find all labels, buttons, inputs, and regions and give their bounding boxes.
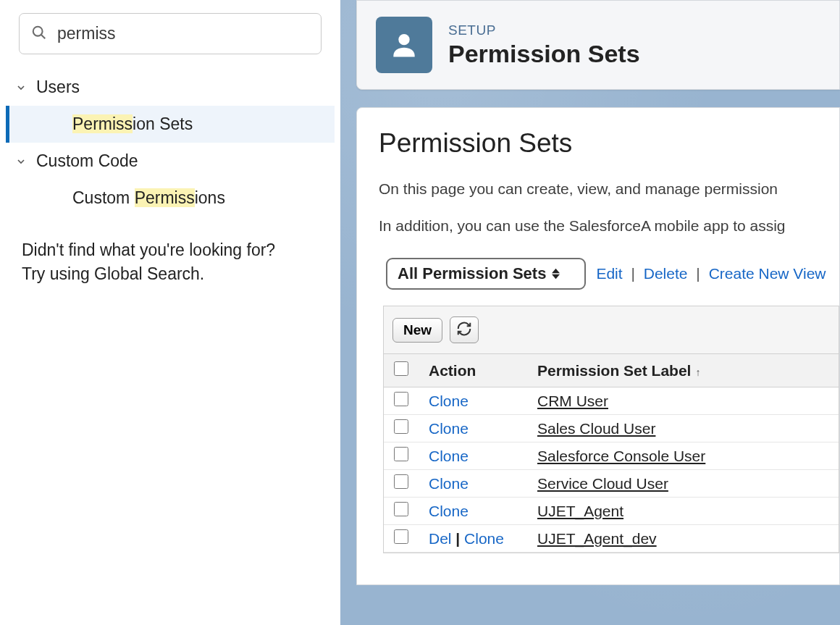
- permission-sets-table: Action Permission Set Label↑ CloneCRM Us…: [384, 353, 839, 553]
- refresh-icon: [456, 321, 472, 339]
- permission-set-link[interactable]: Service Cloud User: [537, 475, 668, 492]
- new-button[interactable]: New: [392, 318, 442, 343]
- tree-item-highlight: Permiss: [135, 188, 195, 207]
- tree-group-label: Custom Code: [36, 151, 138, 171]
- row-checkbox[interactable]: [394, 419, 408, 434]
- quick-find-input[interactable]: [57, 24, 309, 43]
- main-area: SETUP Permission Sets Permission Sets On…: [340, 0, 840, 625]
- tree-item-permission-sets[interactable]: Permission Sets: [6, 106, 335, 143]
- header-eyebrow: SETUP: [448, 22, 640, 38]
- chevron-down-icon: [13, 156, 29, 167]
- list-table-wrap: New Action Permission Set Label↑: [383, 306, 839, 553]
- table-row: CloneSalesforce Console User: [384, 442, 839, 470]
- svg-marker-3: [552, 269, 560, 274]
- sort-asc-icon: ↑: [695, 366, 700, 378]
- refresh-button[interactable]: [450, 316, 479, 343]
- svg-point-2: [398, 34, 409, 45]
- col-label-text: Permission Set Label: [537, 362, 691, 379]
- tree-group-users[interactable]: Users: [6, 69, 335, 106]
- col-permission-set-label[interactable]: Permission Set Label↑: [527, 354, 839, 387]
- table-row: CloneCRM User: [384, 387, 839, 415]
- list-view-controls: All Permission Sets Edit | Delete | Crea…: [386, 258, 839, 290]
- page-title: Permission Sets: [448, 40, 640, 68]
- svg-marker-4: [552, 274, 560, 280]
- svg-point-0: [33, 26, 43, 35]
- permission-set-link[interactable]: UJET_Agent: [537, 503, 623, 519]
- nav-tree: Users Permission Sets Custom Code Custom…: [6, 69, 335, 217]
- separator: |: [631, 265, 634, 282]
- table-row: Del | CloneUJET_Agent_dev: [384, 525, 839, 553]
- del-link[interactable]: Del: [429, 530, 452, 547]
- separator: |: [452, 530, 465, 547]
- col-action[interactable]: Action: [419, 354, 527, 387]
- edit-view-link[interactable]: Edit: [596, 265, 622, 282]
- list-view-selected-label: All Permission Sets: [398, 264, 546, 283]
- content-card: Permission Sets On this page you can cre…: [356, 107, 840, 585]
- row-checkbox[interactable]: [394, 447, 408, 461]
- tree-item-highlight: Permiss: [72, 114, 133, 133]
- select-all-checkbox[interactable]: [394, 361, 408, 376]
- delete-view-link[interactable]: Delete: [644, 265, 688, 282]
- permission-set-link[interactable]: CRM User: [537, 393, 608, 409]
- user-icon: [376, 17, 432, 73]
- clone-link[interactable]: Clone: [464, 530, 504, 547]
- description-line1: On this page you can create, view, and m…: [379, 177, 839, 201]
- tree-group-label: Users: [36, 77, 80, 97]
- clone-link[interactable]: Clone: [429, 475, 469, 492]
- tree-item-pre: Custom: [72, 188, 135, 207]
- sidebar: Users Permission Sets Custom Code Custom…: [0, 0, 340, 625]
- list-toolbar: New: [384, 306, 839, 353]
- tree-item-post: ions: [195, 188, 225, 207]
- separator: |: [696, 265, 700, 282]
- list-view-select[interactable]: All Permission Sets: [386, 258, 586, 290]
- description-line2: In addition, you can use the SalesforceA…: [379, 214, 839, 238]
- svg-line-1: [41, 34, 45, 38]
- permission-set-link[interactable]: Salesforce Console User: [537, 448, 705, 464]
- quick-find-search[interactable]: [19, 13, 322, 54]
- tree-item-post: ion Sets: [133, 114, 193, 133]
- clone-link[interactable]: Clone: [429, 448, 469, 464]
- table-row: CloneSales Cloud User: [384, 415, 839, 442]
- no-results-line2: Try using Global Search.: [22, 262, 319, 286]
- no-results-hint: Didn't find what you're looking for? Try…: [22, 238, 319, 287]
- table-row: CloneService Cloud User: [384, 470, 839, 498]
- row-checkbox[interactable]: [394, 474, 408, 489]
- row-checkbox[interactable]: [394, 502, 408, 516]
- search-icon: [31, 25, 47, 43]
- create-new-view-link[interactable]: Create New View: [709, 265, 826, 282]
- clone-link[interactable]: Clone: [429, 393, 469, 409]
- select-arrows-icon: [552, 268, 560, 280]
- page-header: SETUP Permission Sets: [356, 0, 840, 90]
- table-row: CloneUJET_Agent: [384, 498, 839, 525]
- section-title: Permission Sets: [379, 128, 839, 159]
- clone-link[interactable]: Clone: [429, 503, 469, 519]
- row-checkbox[interactable]: [394, 392, 408, 406]
- chevron-down-icon: [13, 82, 29, 93]
- permission-set-link[interactable]: UJET_Agent_dev: [537, 530, 657, 547]
- row-checkbox[interactable]: [394, 529, 408, 544]
- no-results-line1: Didn't find what you're looking for?: [22, 238, 319, 262]
- permission-set-link[interactable]: Sales Cloud User: [537, 420, 655, 437]
- tree-item-custom-permissions[interactable]: Custom Permissions: [6, 180, 335, 217]
- tree-group-custom-code[interactable]: Custom Code: [6, 143, 335, 180]
- clone-link[interactable]: Clone: [429, 420, 469, 437]
